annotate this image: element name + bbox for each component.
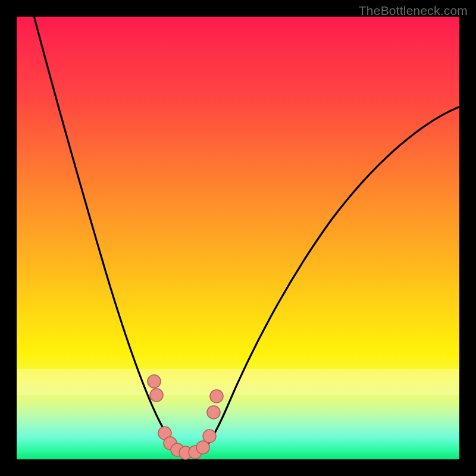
- chart-outer-frame: TheBottleneck.com: [0, 0, 476, 476]
- curve-left-arm: [30, 0, 186, 456]
- marker-dot: [148, 375, 161, 388]
- curve-right-arm: [195, 106, 462, 456]
- marker-dot: [203, 430, 216, 443]
- marker-dot: [150, 389, 163, 402]
- marker-dot: [210, 390, 223, 403]
- marker-dot: [196, 441, 209, 454]
- chart-svg: [17, 17, 459, 459]
- marker-dot: [207, 406, 220, 419]
- attribution-text: TheBottleneck.com: [359, 4, 468, 18]
- marker-group: [148, 375, 223, 459]
